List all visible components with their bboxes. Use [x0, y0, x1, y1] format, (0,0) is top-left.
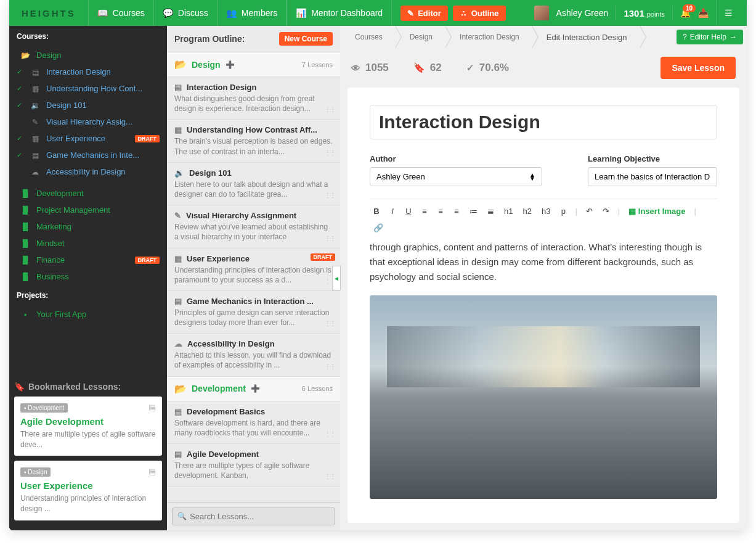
sidebar-category[interactable]: ▉Business — [9, 268, 167, 285]
sidebar-tree-item[interactable]: ☁Accessibility in Design — [9, 163, 167, 180]
outline-lesson[interactable]: ☁Accessibility in DesignAttached to this… — [167, 334, 340, 376]
outline-lesson[interactable]: DRAFT▦User ExperienceUnderstanding princ… — [167, 249, 340, 291]
folder-icon: ▉ — [20, 239, 30, 248]
chevron-updown-icon: ▲▼ — [529, 173, 535, 181]
editor-toolbar: B I U ≡ ≡ ≡ ≔ ≣ h1 h2 h3 p | ↶ ↷ | ▦ Ins — [370, 199, 717, 240]
inbox-icon[interactable]: 📥 — [698, 8, 709, 18]
lesson-image[interactable] — [370, 295, 717, 499]
list-ul-button[interactable]: ≣ — [484, 204, 498, 218]
outline-section-header[interactable]: 📂Design➕7 Lessons — [167, 52, 340, 77]
crumb-design[interactable]: Design — [395, 26, 445, 48]
sidebar-item-label: Accessibility in Design — [46, 167, 126, 176]
align-right-button[interactable]: ≡ — [450, 204, 463, 218]
lesson-title: User Experience — [187, 254, 250, 263]
lesson-desc: The brain's visual perception is based o… — [174, 136, 333, 156]
users-icon: 👥 — [226, 8, 237, 18]
add-lesson-button[interactable]: ➕ — [226, 60, 235, 69]
align-center-button[interactable]: ≡ — [434, 204, 447, 218]
outline-lesson[interactable]: 🔉Design 101Listen here to our talk about… — [167, 163, 340, 205]
sidebar-tree-item[interactable]: ✓▤Interaction Design — [9, 64, 167, 80]
drag-handle-icon[interactable]: ⋮⋮ — [324, 149, 335, 157]
check-icon: ✓ — [14, 68, 24, 76]
save-lesson-button[interactable]: Save Lesson — [660, 57, 736, 79]
align-left-button[interactable]: ≡ — [418, 204, 431, 218]
nav-members[interactable]: 👥Members — [217, 0, 286, 26]
sidebar-tree-item[interactable]: ✓🔉Design 101 — [9, 97, 167, 113]
outline-section-header[interactable]: 📂Development➕6 Lessons — [167, 377, 340, 401]
crumb-interaction[interactable]: Interaction Design — [445, 26, 532, 48]
h1-button[interactable]: h1 — [500, 204, 516, 218]
p-button[interactable]: p — [556, 204, 570, 218]
objective-input[interactable] — [588, 167, 717, 186]
bookmark-card[interactable]: ▪ Design▤User ExperienceUnderstanding pr… — [14, 461, 162, 520]
menu-button[interactable]: ☰ — [716, 0, 741, 26]
add-lesson-button[interactable]: ➕ — [251, 384, 260, 393]
sidebar-tree-item[interactable]: 📂Design — [9, 47, 167, 64]
lesson-desc: Understanding principles of interaction … — [174, 265, 333, 285]
editor-button[interactable]: ✎Editor — [400, 6, 448, 21]
outline-panel: Program Outline: New Course 📂Design➕7 Le… — [167, 26, 340, 530]
chat-icon: 💬 — [163, 8, 173, 18]
lesson-title-input[interactable] — [370, 105, 717, 139]
editor-help-button[interactable]: ?Editor Help→ — [677, 30, 743, 44]
crumb-courses[interactable]: Courses — [340, 26, 395, 48]
sidebar-category[interactable]: ▉Mindset — [9, 235, 167, 252]
draft-badge: DRAFT — [135, 257, 160, 264]
sidebar-category[interactable]: ▉Development — [9, 185, 167, 202]
file-icon: ▤ — [174, 83, 182, 92]
drag-handle-icon[interactable]: ⋮⋮ — [324, 430, 335, 438]
link-button[interactable]: 🔗 — [370, 221, 387, 235]
drag-handle-icon[interactable]: ⋮⋮ — [324, 235, 335, 243]
outline-lesson[interactable]: ✎Visual Hierarchy AssignmentReview what … — [167, 205, 340, 248]
italic-button[interactable]: I — [386, 204, 399, 218]
drag-handle-icon[interactable]: ⋮⋮ — [324, 192, 335, 200]
sidebar-category[interactable]: ▉Marketing — [9, 218, 167, 235]
sidebar-category[interactable]: ▉Project Management — [9, 202, 167, 218]
search-lessons-input[interactable] — [172, 508, 335, 525]
objective-label: Learning Objective — [588, 154, 717, 163]
outline-lesson[interactable]: ▦Understanding How Contrast Aff...The br… — [167, 120, 340, 162]
outline-lesson[interactable]: ▤Interaction DesignWhat distinguishes go… — [167, 77, 340, 120]
list-ol-button[interactable]: ≔ — [466, 204, 481, 218]
bell-icon[interactable]: 🔔10 — [680, 8, 691, 18]
lesson-desc: Attached to this lesson, you will find a… — [174, 350, 333, 370]
folder-open-icon: 📂 — [174, 383, 187, 395]
bookmark-category: ▪ Design — [20, 467, 51, 477]
search-icon: 🔍 — [177, 512, 187, 520]
lesson-body-text[interactable]: through graphics, content and patterns o… — [370, 240, 717, 284]
sidebar-tree-item[interactable]: ✓▦Understanding How Cont... — [9, 80, 167, 97]
sidebar-item-label: Understanding How Cont... — [46, 84, 142, 93]
sidebar-tree-item[interactable]: ✓▤Game Mechanics in Inte... — [9, 147, 167, 163]
nav-courses[interactable]: 📖Courses — [88, 0, 153, 26]
redo-button[interactable]: ↷ — [599, 204, 613, 218]
drag-handle-icon[interactable]: ⋮⋮ — [324, 320, 335, 328]
drag-handle-icon[interactable]: ⋮⋮ — [324, 473, 335, 481]
underline-button[interactable]: U — [402, 204, 415, 218]
chart-icon: 📊 — [296, 8, 306, 18]
avatar[interactable] — [534, 6, 549, 20]
drag-handle-icon[interactable]: ⋮⋮ — [324, 363, 335, 371]
sidebar-item-label: Game Mechanics in Inte... — [46, 150, 139, 160]
sidebar-category[interactable]: ▉FinanceDRAFT — [9, 252, 167, 268]
h3-button[interactable]: h3 — [538, 204, 554, 218]
sidebar-tree-item[interactable]: ✎Visual Hierarchy Assig... — [9, 113, 167, 130]
drag-handle-icon[interactable]: ⋮⋮ — [324, 106, 335, 114]
undo-button[interactable]: ↶ — [582, 204, 596, 218]
bold-button[interactable]: B — [370, 204, 383, 218]
nav-discuss[interactable]: 💬Discuss — [153, 0, 217, 26]
outline-lesson[interactable]: ▤Game Mechanics in Interaction ...Princi… — [167, 291, 340, 334]
outline-button[interactable]: ⛬Outline — [453, 6, 506, 21]
bookmark-card[interactable]: ▪ Development▤Agile DevelopmentThere are… — [14, 397, 162, 456]
author-select[interactable]: Ashley Green▲▼ — [370, 167, 542, 186]
insert-image-button[interactable]: ▦ Insert Image — [625, 204, 689, 218]
outline-lesson[interactable]: ▤Development BasicsSoftware development … — [167, 401, 340, 444]
collapse-outline-button[interactable]: ◄ — [332, 266, 341, 290]
sidebar-project[interactable]: ▪Your First App — [9, 306, 167, 323]
sidebar-tree-item[interactable]: ✓▦User ExperienceDRAFT — [9, 130, 167, 147]
lesson-title: Design 101 — [189, 168, 232, 178]
outline-lesson[interactable]: ▤Agile DevelopmentThere are multiple typ… — [167, 444, 340, 487]
nav-mentor[interactable]: 📊Mentor Dashboard — [287, 0, 391, 26]
new-course-button[interactable]: New Course — [279, 32, 333, 46]
lesson-desc: Listen here to our talk about design and… — [174, 179, 333, 199]
h2-button[interactable]: h2 — [519, 204, 535, 218]
